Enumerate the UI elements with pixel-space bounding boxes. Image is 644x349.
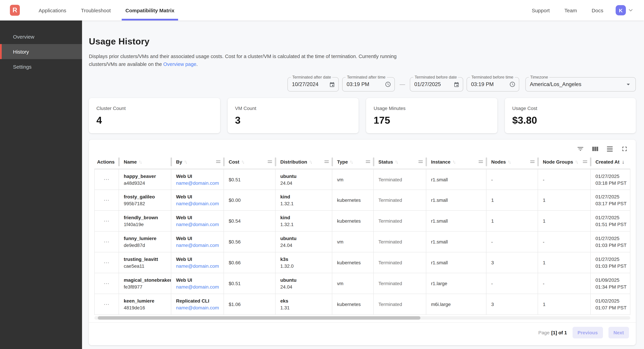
email-link[interactable]: name@domain.com <box>176 263 224 269</box>
email-link[interactable]: name@domain.com <box>176 305 224 311</box>
email-link[interactable]: name@domain.com <box>176 222 224 227</box>
row-actions-button[interactable]: ⋯ <box>104 197 110 203</box>
sort-icon[interactable]: ↑↓ <box>508 160 510 164</box>
sort-icon[interactable]: ↑↓ <box>575 160 578 164</box>
column-header-created-at[interactable]: Created At↓ <box>591 155 630 169</box>
drag-handle-icon[interactable] <box>478 160 483 163</box>
terminated-before-time-value[interactable]: 03:19 PM <box>471 81 506 87</box>
cell-cost: $0.54 <box>224 211 276 231</box>
column-resize-handle[interactable] <box>275 157 276 166</box>
column-header-cost[interactable]: Cost↑↓ <box>224 155 276 169</box>
column-header-nodes[interactable]: Nodes↑↓ <box>486 155 538 169</box>
column-header-distribution[interactable]: Distribution↑↓ <box>276 155 332 169</box>
column-label: By <box>176 159 182 164</box>
sort-desc-icon[interactable]: ↓ <box>622 159 624 165</box>
table-header-row: ActionsName↑↓By↑↓Cost↑↓Distribution↑↓Typ… <box>94 155 630 169</box>
row-actions-button[interactable]: ⋯ <box>104 239 110 245</box>
terminated-before-date-field[interactable]: Terminated before date 01/27/2025 <box>410 77 463 91</box>
filter-icon[interactable] <box>577 145 584 153</box>
drag-handle-icon[interactable] <box>530 160 534 163</box>
clock-icon[interactable] <box>385 81 391 87</box>
scrollbar-thumb[interactable] <box>98 316 420 320</box>
nav-tab-compatibility-matrix[interactable]: Compatibility Matrix <box>122 0 178 20</box>
email-link[interactable]: name@domain.com <box>176 243 224 248</box>
row-actions-button[interactable]: ⋯ <box>104 281 110 286</box>
terminated-after-date-value[interactable]: 10/27/2024 <box>292 81 326 87</box>
terminated-after-time-value[interactable]: 03:19 PM <box>346 81 382 87</box>
email-link[interactable]: name@domain.com <box>176 284 224 290</box>
sort-icon[interactable]: ↑↓ <box>241 160 244 164</box>
dropdown-arrow-icon[interactable] <box>624 81 632 88</box>
distribution-version: 1.32.0 <box>280 263 332 269</box>
column-header-status[interactable]: Status↑↓ <box>374 155 426 169</box>
column-header-by[interactable]: By↑↓ <box>171 155 224 169</box>
drag-handle-icon[interactable] <box>216 160 220 163</box>
avatar[interactable]: K <box>616 5 626 15</box>
terminated-after-time-field[interactable]: Terminated after time 03:19 PM <box>342 77 395 91</box>
horizontal-scrollbar[interactable] <box>94 316 630 320</box>
sort-icon[interactable]: ↑↓ <box>184 160 187 164</box>
timezone-select[interactable]: Timezone America/Los_Angeles <box>526 77 636 91</box>
calendar-icon[interactable] <box>454 81 460 87</box>
density-icon[interactable] <box>606 145 614 153</box>
drag-handle-icon[interactable] <box>324 160 329 163</box>
row-actions-button[interactable]: ⋯ <box>104 301 110 307</box>
clock-icon[interactable] <box>509 81 516 87</box>
sort-icon[interactable]: ↑↓ <box>139 160 141 164</box>
row-actions-button[interactable]: ⋯ <box>104 177 110 182</box>
nav-tab-troubleshoot[interactable]: Troubleshoot <box>77 0 114 20</box>
email-link[interactable]: name@domain.com <box>176 201 224 206</box>
cluster-id: fe3f8977 <box>124 284 171 290</box>
sidebar-item-settings[interactable]: Settings <box>0 59 82 74</box>
sort-icon[interactable]: ↑↓ <box>452 160 455 164</box>
cost-value: $0.51 <box>229 177 275 182</box>
chevron-down-icon[interactable] <box>628 7 634 13</box>
drag-handle-icon[interactable] <box>268 160 272 163</box>
column-resize-handle[interactable] <box>332 157 333 166</box>
column-header-type[interactable]: Type↑↓ <box>332 155 374 169</box>
overview-page-link[interactable]: Overview page <box>163 61 196 67</box>
column-resize-handle[interactable] <box>373 157 374 166</box>
column-resize-handle[interactable] <box>170 157 172 166</box>
sort-icon[interactable]: ↑↓ <box>309 160 312 164</box>
row-actions-button[interactable]: ⋯ <box>104 260 110 266</box>
nav-link-team[interactable]: Team <box>564 7 577 13</box>
column-header-node-groups[interactable]: Node Groups↑↓ <box>538 155 591 169</box>
column-header-instance[interactable]: Instance↑↓ <box>426 155 486 169</box>
column-resize-handle[interactable] <box>223 157 224 166</box>
timezone-value[interactable]: America/Los_Angeles <box>530 81 622 87</box>
cell-distribution: k3s1.32.0 <box>276 252 332 273</box>
terminated-before-time-field[interactable]: Terminated before time 03:19 PM <box>466 77 519 91</box>
column-resize-handle[interactable] <box>486 157 487 166</box>
drag-handle-icon[interactable] <box>366 160 370 163</box>
nav-link-support[interactable]: Support <box>532 7 550 13</box>
date-range-separator: — <box>400 81 405 87</box>
column-resize-handle[interactable] <box>537 157 538 166</box>
email-link[interactable]: name@domain.com <box>176 180 224 186</box>
calendar-icon[interactable] <box>329 81 335 87</box>
drag-handle-icon[interactable] <box>418 160 423 163</box>
drag-handle-icon[interactable] <box>583 160 587 163</box>
previous-page-button[interactable]: Previous <box>572 327 603 339</box>
column-resize-handle[interactable] <box>590 157 591 166</box>
terminated-after-date-field[interactable]: Terminated after date 10/27/2024 <box>288 77 339 91</box>
terminated-before-date-value[interactable]: 01/27/2025 <box>414 81 451 87</box>
column-resize-handle[interactable] <box>426 157 427 166</box>
type-value: vm <box>337 239 373 245</box>
nav-tab-applications[interactable]: Applications <box>35 0 70 20</box>
nav-link-docs[interactable]: Docs <box>592 7 603 13</box>
sort-icon[interactable]: ↑↓ <box>350 160 352 164</box>
replicated-logo[interactable]: R <box>10 5 20 16</box>
instance-value: m6i.large <box>431 302 486 307</box>
sidebar-item-history[interactable]: History <box>0 44 82 59</box>
sort-icon[interactable]: ↑↓ <box>395 160 398 164</box>
fullscreen-icon[interactable] <box>621 145 628 153</box>
column-header-name[interactable]: Name↑↓ <box>119 155 171 169</box>
column-resize-handle[interactable] <box>118 157 120 166</box>
next-page-button[interactable]: Next <box>608 327 629 339</box>
sidebar-item-overview[interactable]: Overview <box>0 29 82 44</box>
cluster-name: funny_lumiere <box>124 236 171 241</box>
row-actions-button[interactable]: ⋯ <box>104 218 110 224</box>
created-by-source: Web UI <box>176 257 224 262</box>
columns-icon[interactable] <box>591 145 599 153</box>
